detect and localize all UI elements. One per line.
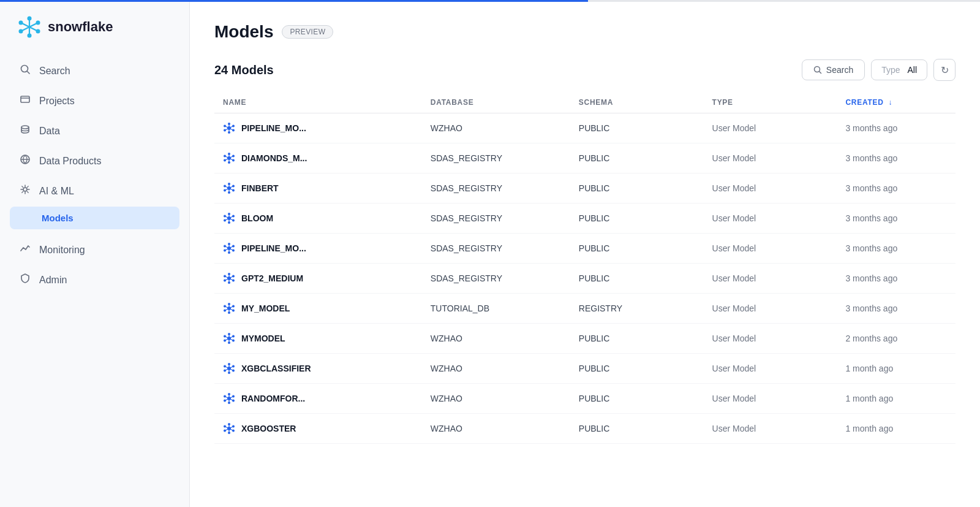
col-database: DATABASE [422,92,570,113]
model-icon [223,242,235,254]
cell-name: XGBCLASSIFIER [214,354,422,383]
cell-database: SDAS_REGISTRY [422,264,570,294]
table-row[interactable]: DIAMONDS_M... SDAS_REGISTRYPUBLICUser Mo… [214,143,956,173]
sidebar-item-projects-label: Projects [39,96,75,107]
model-icon [223,422,235,435]
cell-name-text: BLOOM [241,213,273,223]
cell-created: 3 months ago [837,294,956,324]
table-row[interactable]: XGBCLASSIFIER WZHAOPUBLICUser Model1 mon… [214,354,956,384]
sidebar-item-projects[interactable]: Projects [10,86,179,115]
cell-created: 3 months ago [837,173,956,204]
cell-type: User Model [704,414,837,444]
cell-type: User Model [704,204,837,234]
svg-line-24 [819,72,821,74]
cell-database: SDAS_REGISTRY [422,204,570,234]
col-created[interactable]: CREATED ↓ [837,92,956,113]
cell-database: WZHAO [422,324,570,354]
search-icon [813,66,822,74]
sidebar-item-search-label: Search [39,66,70,77]
preview-badge: PREVIEW [282,25,333,39]
cell-created: 3 months ago [837,113,956,143]
models-count: 24 Models [214,63,274,77]
model-icon [223,212,235,224]
cell-created: 2 months ago [837,324,956,354]
model-icon [223,182,235,194]
type-filter-button[interactable]: Type All [871,59,927,80]
cell-name-text: MYMODEL [241,334,285,343]
sidebar-item-search[interactable]: Search [10,56,179,85]
cell-created: 3 months ago [837,204,956,234]
sidebar-navigation: Search Projects Data Data Products AI & [0,51,189,299]
svg-point-14 [23,188,27,191]
cell-schema: PUBLIC [570,354,704,384]
model-icon [223,152,235,164]
cell-created: 3 months ago [837,143,956,173]
sidebar-item-ai-ml-label: AI & ML [39,186,74,197]
type-value: All [907,65,917,75]
cell-name-text: PIPELINE_MO... [241,123,306,133]
cell-schema: PUBLIC [570,414,704,444]
models-table: NAME DATABASE SCHEMA TYPE CREATED ↓ [214,92,956,444]
cell-name-text: MY_MODEL [241,303,290,313]
cell-database: WZHAO [422,113,570,143]
sidebar-item-ai-ml[interactable]: AI & ML [10,177,179,205]
models-table-wrapper: NAME DATABASE SCHEMA TYPE CREATED ↓ [214,92,956,507]
cell-schema: PUBLIC [570,384,704,414]
admin-icon [20,273,31,287]
svg-line-19 [22,186,23,188]
cell-database: WZHAO [422,384,570,414]
table-row[interactable]: PIPELINE_MO... SDAS_REGISTRYPUBLICUser M… [214,234,956,264]
cell-type: User Model [704,294,837,324]
svg-rect-11 [21,96,29,102]
sidebar-item-models[interactable]: Models [10,207,179,229]
col-name: NAME [214,92,422,113]
svg-line-21 [27,186,28,188]
data-products-icon [20,154,31,168]
model-icon [223,272,235,284]
sort-arrow-icon: ↓ [889,98,893,107]
page-title: Models [214,22,273,42]
cell-name: MY_MODEL [214,294,422,323]
cell-schema: PUBLIC [570,234,704,264]
search-button[interactable]: Search [802,59,865,80]
model-icon [223,392,235,405]
model-icon [223,302,235,314]
cell-name: PIPELINE_MO... [214,113,422,143]
cell-name: PIPELINE_MO... [214,234,422,263]
cell-name: BLOOM [214,204,422,233]
sidebar-item-admin[interactable]: Admin [10,265,179,294]
table-row[interactable]: RANDOMFOR... WZHAOPUBLICUser Model1 mont… [214,384,956,414]
model-icon [223,122,235,134]
table-row[interactable]: MY_MODEL TUTORIAL_DBREGISTRYUser Model3 … [214,294,956,324]
cell-created: 1 month ago [837,354,956,384]
svg-point-9 [21,66,28,72]
cell-name-text: RANDOMFOR... [241,394,305,403]
cell-type: User Model [704,143,837,173]
cell-schema: PUBLIC [570,143,704,173]
refresh-button[interactable]: ↻ [933,59,956,81]
sidebar-item-monitoring[interactable]: Monitoring [10,235,179,264]
sidebar-item-data-products[interactable]: Data Products [10,147,179,175]
sidebar-item-admin-label: Admin [39,275,67,286]
cell-name-text: XGBCLASSIFIER [241,364,311,373]
table-row[interactable]: PIPELINE_MO... WZHAOPUBLICUser Model3 mo… [214,113,956,143]
table-row[interactable]: FINBERT SDAS_REGISTRYPUBLICUser Model3 m… [214,173,956,204]
table-row[interactable]: MYMODEL WZHAOPUBLICUser Model2 months ag… [214,324,956,354]
table-row[interactable]: BLOOM SDAS_REGISTRYPUBLICUser Model3 mon… [214,204,956,234]
cell-database: SDAS_REGISTRY [422,143,570,173]
svg-line-10 [28,72,30,74]
main-content: Models PREVIEW 24 Models Search Type All… [190,0,980,507]
table-row[interactable]: GPT2_MEDIUM SDAS_REGISTRYPUBLICUser Mode… [214,264,956,294]
search-label: Search [826,65,853,75]
svg-line-22 [22,191,23,193]
table-header: NAME DATABASE SCHEMA TYPE CREATED ↓ [214,92,956,113]
cell-name-text: XGBOOSTER [241,424,296,433]
search-icon [20,64,31,78]
cell-schema: REGISTRY [570,294,704,324]
cell-type: User Model [704,264,837,294]
table-row[interactable]: XGBOOSTER WZHAOPUBLICUser Model1 month a… [214,414,956,444]
sidebar-item-data[interactable]: Data [10,116,179,145]
model-icon [223,362,235,375]
cell-name: DIAMONDS_M... [214,143,422,173]
data-icon [20,124,31,138]
